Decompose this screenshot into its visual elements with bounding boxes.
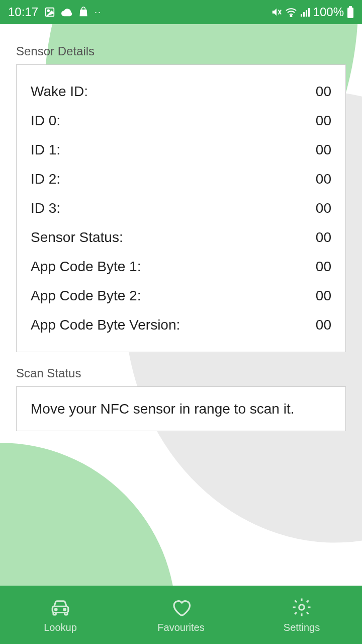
wifi-icon <box>285 7 297 17</box>
row-id0: ID 0: 00 <box>31 106 331 135</box>
svg-rect-10 <box>53 612 56 614</box>
status-bar: 10:17 ·· 100% <box>0 0 362 24</box>
row-label: Sensor Status: <box>31 229 123 246</box>
row-label: ID 1: <box>31 142 60 158</box>
car-icon <box>50 597 71 618</box>
nav-favourites[interactable]: Favourites <box>121 586 241 644</box>
nav-label: Favourites <box>157 622 204 633</box>
row-value: 00 <box>316 142 331 158</box>
scan-status-card: Move your NFC sensor in range to scan it… <box>16 386 346 431</box>
svg-rect-5 <box>306 10 307 17</box>
row-label: App Code Byte 2: <box>31 288 141 304</box>
svg-rect-7 <box>349 6 352 8</box>
scan-status-message: Move your NFC sensor in range to scan it… <box>31 399 331 419</box>
heart-icon <box>170 597 192 618</box>
sensor-details-label: Sensor Details <box>16 44 346 58</box>
picture-icon <box>44 7 55 18</box>
row-label: ID 2: <box>31 171 60 187</box>
svg-rect-3 <box>301 14 302 17</box>
svg-rect-4 <box>303 12 305 17</box>
status-time: 10:17 <box>8 5 38 19</box>
sensor-details-card: Wake ID: 00 ID 0: 00 ID 1: 00 ID 2: 00 I… <box>16 64 346 352</box>
svg-rect-8 <box>347 8 353 18</box>
row-id3: ID 3: 00 <box>31 194 331 223</box>
bottom-nav: Lookup Favourites Settings <box>0 586 362 644</box>
row-value: 00 <box>316 200 331 216</box>
nav-settings[interactable]: Settings <box>241 586 362 644</box>
row-app-code-byte-version: App Code Byte Version: 00 <box>31 310 331 340</box>
gear-icon <box>291 597 312 618</box>
nav-lookup[interactable]: Lookup <box>0 586 121 644</box>
row-value: 00 <box>316 113 331 129</box>
cloud-icon <box>61 8 72 17</box>
main-content: Sensor Details Wake ID: 00 ID 0: 00 ID 1… <box>0 24 362 441</box>
row-app-code-byte-2: App Code Byte 2: 00 <box>31 281 331 310</box>
status-left: 10:17 ·· <box>8 5 102 19</box>
row-sensor-status: Sensor Status: 00 <box>31 223 331 252</box>
nav-label: Lookup <box>44 622 77 633</box>
row-label: Wake ID: <box>31 84 88 100</box>
row-app-code-byte-1: App Code Byte 1: 00 <box>31 252 331 281</box>
row-label: App Code Byte Version: <box>31 317 180 333</box>
more-icon: ·· <box>95 7 102 18</box>
row-label: App Code Byte 1: <box>31 259 141 275</box>
svg-point-2 <box>290 16 292 17</box>
svg-point-1 <box>47 10 49 12</box>
row-value: 00 <box>316 317 331 333</box>
battery-percent: 100% <box>313 5 344 19</box>
row-label: ID 0: <box>31 113 60 129</box>
row-id1: ID 1: 00 <box>31 135 331 165</box>
row-value: 00 <box>316 259 331 275</box>
battery-icon <box>347 6 354 18</box>
nav-label: Settings <box>284 622 320 633</box>
svg-rect-11 <box>65 612 67 614</box>
svg-point-13 <box>64 608 66 610</box>
bag-icon <box>78 7 88 18</box>
mute-icon <box>271 7 282 18</box>
scan-status-label: Scan Status <box>16 366 346 380</box>
row-value: 00 <box>316 288 331 304</box>
signal-icon <box>300 7 310 17</box>
svg-point-12 <box>55 608 57 610</box>
status-right: 100% <box>271 5 354 19</box>
svg-point-14 <box>299 604 305 610</box>
row-value: 00 <box>316 229 331 246</box>
svg-rect-6 <box>308 8 310 17</box>
row-id2: ID 2: 00 <box>31 165 331 194</box>
row-value: 00 <box>316 84 331 100</box>
row-label: ID 3: <box>31 200 60 216</box>
row-wake-id: Wake ID: 00 <box>31 77 331 106</box>
row-value: 00 <box>316 171 331 187</box>
